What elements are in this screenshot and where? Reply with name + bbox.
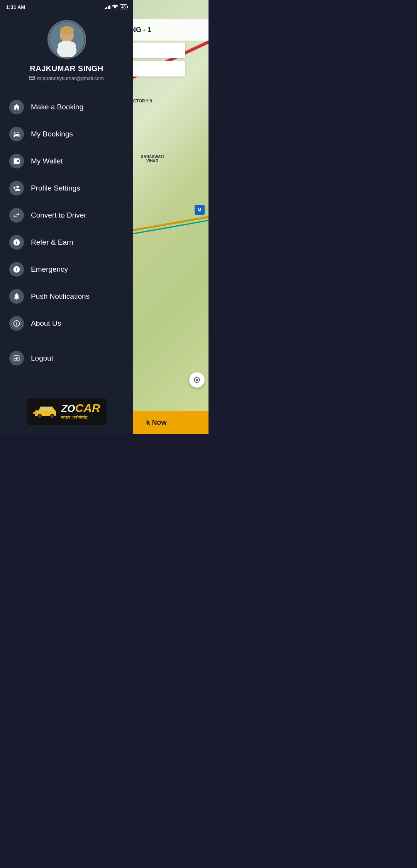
convert-driver-icon [9,208,24,223]
svg-point-5 [58,41,76,51]
emergency-icon [9,262,24,277]
logo-text-row: ZOCAR [61,402,100,414]
svg-point-2 [60,26,74,35]
signal-bar-3 [108,6,109,9]
info-icon [9,316,24,331]
user-email-row: rajapandeykumar@gmail.com [29,75,104,81]
profile-settings-icon [9,181,24,196]
svg-rect-13 [33,412,37,414]
about-us-label: About Us [31,319,61,328]
sidebar-item-make-booking[interactable]: Make a Booking [0,94,133,121]
svg-point-8 [39,415,41,417]
menu-spacer [0,337,133,345]
wifi-icon [112,4,118,10]
battery-icon: 48 [120,4,127,10]
bell-icon [9,289,24,304]
home-icon [9,100,24,114]
emergency-label: Emergency [31,265,68,274]
signal-icon [105,5,110,9]
profile-section: RAJKUMAR SINGH rajapandeykumar@gmail.com [0,12,133,90]
wallet-icon [9,154,24,168]
user-email: rajapandeykumar@gmail.com [37,75,104,81]
svg-rect-12 [47,407,51,410]
map-saraswati-label: SARASWATIVIHAR [141,155,164,163]
brand-logo-section: ZOCAR सफर भरोसेमंद [0,392,133,434]
logo-text-wrapper: ZOCAR सफर भरोसेमंद [61,402,100,421]
logo-container: ZOCAR सफर भरोसेमंद [27,398,106,425]
sidebar-item-my-wallet[interactable]: My Wallet [0,148,133,175]
status-icons: 48 [105,4,127,10]
sidebar-item-profile-settings[interactable]: Profile Settings [0,175,133,202]
car-icon [9,127,24,141]
status-time: 1:31 AM [6,4,25,10]
profile-settings-label: Profile Settings [31,184,80,192]
svg-rect-11 [41,407,46,410]
sidebar-item-refer-earn[interactable]: Refer & Earn [0,229,133,256]
avatar-image [49,22,84,57]
screen: SECTOR 9 9 SARASWATIVIHAR M BOOKING - 1 … [0,0,208,434]
status-bar: 1:31 AM 48 [0,0,133,12]
navigation-drawer: 1:31 AM 48 [0,0,133,434]
refer-earn-label: Refer & Earn [31,238,73,247]
sidebar-item-logout[interactable]: Logout [0,345,133,372]
logo-tagline: सफर भरोसेमंद [61,415,88,421]
email-icon [29,75,35,81]
logout-label: Logout [31,354,53,363]
user-name: RAJKUMAR SINGH [30,64,103,73]
my-bookings-label: My Bookings [31,130,73,138]
signal-bar-4 [109,5,110,9]
logout-icon [9,351,24,366]
sidebar-item-convert-driver[interactable]: Convert to Driver [0,202,133,229]
sidebar-item-my-bookings[interactable]: My Bookings [0,121,133,148]
signal-bar-2 [106,7,107,9]
svg-point-10 [51,415,53,417]
logo-car-text: CAR [75,402,100,414]
refer-earn-icon [9,235,24,250]
sidebar-item-about-us[interactable]: About Us [0,310,133,337]
sidebar-item-push-notifications[interactable]: Push Notifications [0,283,133,310]
battery-level: 48 [121,5,125,9]
avatar [47,20,86,59]
map-location-button[interactable] [189,372,205,388]
map-subway-icon: M [195,205,205,215]
push-notifications-label: Push Notifications [31,292,90,301]
logo-car-svg [33,404,58,419]
make-booking-label: Make a Booking [31,103,83,111]
my-wallet-label: My Wallet [31,157,63,165]
map-book-now-text: k Now [146,419,166,427]
menu-list: Make a Booking My Bookings My Wallet [0,90,133,392]
convert-driver-label: Convert to Driver [31,211,86,220]
logo-zo-text: ZO [61,403,75,414]
sidebar-item-emergency[interactable]: Emergency [0,256,133,283]
signal-bar-1 [105,8,106,9]
